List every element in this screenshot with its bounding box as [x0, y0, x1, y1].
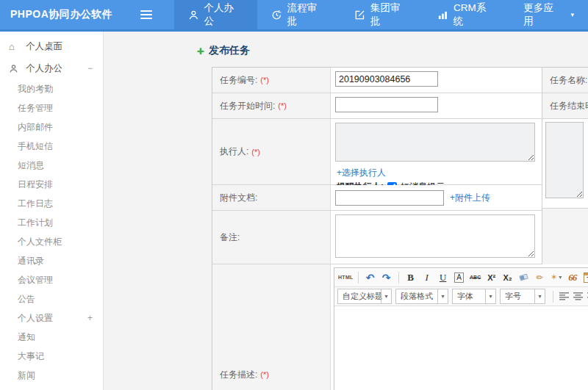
publish-task-form: 任务编号:(*) 任务开始时间:(*) [212, 67, 588, 390]
nav-personal-office[interactable]: 个人办公 [174, 0, 257, 29]
paste-text-button[interactable]: T [581, 270, 588, 285]
nav-label: 个人办公 [204, 1, 243, 28]
font-size-select[interactable]: 字号 ▾ [500, 289, 545, 304]
remove-format-button[interactable] [517, 270, 531, 285]
nav-label: 集团审批 [370, 1, 409, 28]
supervisor-textarea[interactable] [545, 122, 584, 198]
end-time-label: 任务结束时间:(*) [542, 93, 588, 118]
app-logo: PHPOA协同办公软件 [0, 8, 132, 21]
executor-label: 执行人:(*) [212, 119, 331, 184]
task-name-label: 任务名称:(*) [542, 68, 588, 93]
executor-textarea[interactable] [335, 123, 535, 162]
font-family-select[interactable]: 字体 ▾ [452, 289, 496, 304]
nav-crm-system[interactable]: CRM系统 [423, 0, 509, 29]
home-icon: ⌂ [9, 41, 20, 52]
sidebar-item-label: 个人桌面 [26, 40, 62, 53]
supervisor-cell [542, 119, 588, 209]
sidebar-item-personal-file-cabinet[interactable]: 个人文件柜 [0, 232, 103, 251]
menu-icon[interactable] [132, 10, 161, 19]
superscript-button[interactable]: X² [484, 270, 499, 285]
editor-cell: HTML ↶ ↷ B I U A ABC X² X₂ [331, 264, 588, 390]
sidebar-item-work-plan[interactable]: 工作计划 [0, 213, 103, 232]
task-no-label: 任务编号:(*) [212, 68, 331, 93]
page-header: + 发布任务 [197, 44, 588, 57]
process-approval-icon [271, 10, 282, 21]
user-icon [188, 10, 199, 21]
subscript-button[interactable]: X₂ [501, 270, 515, 285]
start-time-label: 任务开始时间:(*) [212, 93, 331, 118]
align-left-button[interactable] [559, 292, 569, 300]
sidebar: ⌂ 个人桌面 个人办公 − 我的考勤 任务管理 内部邮件 手机短信 短消息 日程… [0, 32, 104, 390]
sidebar-item-label: 个人办公 [26, 62, 62, 75]
user-icon [9, 64, 20, 73]
collapse-icon[interactable]: − [87, 63, 93, 73]
chevron-down-icon: ▾ [534, 289, 545, 303]
chevron-down-icon: ▾ [381, 289, 391, 303]
task-no-input[interactable] [335, 71, 438, 87]
remark-textarea[interactable] [335, 214, 535, 258]
sidebar-item-address-book[interactable]: 通讯录 [0, 251, 103, 270]
sidebar-item-my-attendance[interactable]: 我的考勤 [0, 79, 103, 98]
sidebar-item-work-log[interactable]: 工作日志 [0, 194, 103, 213]
quick-format-button[interactable]: ✶▾ [549, 270, 564, 285]
blockquote-button[interactable]: 66 [565, 270, 580, 285]
attachment-label: 附件文档: [212, 185, 331, 210]
sidebar-item-meeting-management[interactable]: 会议管理 [0, 270, 103, 289]
task-description-label: 任务描述:(*) [212, 264, 331, 390]
editor-toolbar-row1: HTML ↶ ↷ B I U A ABC X² X₂ [334, 268, 588, 287]
strikethrough-button[interactable]: ABC [468, 270, 483, 285]
nav-process-approval[interactable]: 流程审批 [257, 0, 340, 29]
underline-button[interactable]: U [436, 270, 451, 285]
topbar: PHPOA协同办公软件 个人办公 流程审批 集团审批 CRM系统 [0, 0, 588, 32]
top-nav: 个人办公 流程审批 集团审批 CRM系统 更多应用 ▾ [174, 0, 588, 29]
custom-title-select[interactable]: 自定义标题 ▾ [337, 289, 392, 304]
editor-toolbar-row2: 自定义标题 ▾ 段落格式 ▾ 字体 ▾ [334, 287, 588, 306]
remark-label: 备注: [212, 211, 331, 264]
align-center-icon [573, 292, 583, 300]
sidebar-item-events[interactable]: 大事记 [0, 347, 103, 366]
sidebar-item-survey[interactable]: 调查问卷 [0, 385, 103, 390]
empty-cell [542, 209, 588, 264]
html-source-button[interactable]: HTML [338, 270, 354, 285]
sidebar-item-schedule[interactable]: 日程安排 [0, 175, 103, 194]
paragraph-format-select[interactable]: 段落格式 ▾ [395, 289, 448, 304]
sidebar-item-news[interactable]: 新闻 [0, 366, 103, 385]
select-executor-link[interactable]: +选择执行人 [337, 167, 386, 179]
rich-text-editor: HTML ↶ ↷ B I U A ABC X² X₂ [334, 267, 588, 390]
expand-icon[interactable]: + [87, 313, 93, 323]
sidebar-item-personal-office[interactable]: 个人办公 − [0, 57, 103, 79]
attachment-input[interactable] [335, 190, 444, 206]
undo-button[interactable]: ↶ [363, 270, 378, 285]
align-center-button[interactable] [573, 292, 583, 300]
start-time-input[interactable] [335, 97, 438, 112]
align-left-icon [559, 292, 569, 300]
redo-button[interactable]: ↷ [379, 270, 394, 285]
attachment-upload-link[interactable]: +附件上传 [450, 192, 490, 204]
plus-icon: + [197, 45, 204, 57]
nav-more-apps[interactable]: 更多应用 ▾ [509, 0, 588, 29]
eraser-icon [519, 273, 528, 281]
sidebar-item-personal-settings[interactable]: 个人设置 + [0, 308, 103, 328]
italic-button[interactable]: I [420, 270, 434, 285]
bold-button[interactable]: B [404, 270, 418, 285]
bar-chart-icon [437, 10, 448, 21]
edit-square-icon [354, 10, 365, 21]
sidebar-item-short-message[interactable]: 短消息 [0, 156, 103, 175]
nav-label: 流程审批 [287, 1, 326, 28]
format-painter-button[interactable]: ✏ [533, 270, 548, 285]
chevron-down-icon: ▾ [570, 11, 574, 18]
sidebar-item-mobile-sms[interactable]: 手机短信 [0, 137, 103, 156]
chevron-down-icon: ▾ [485, 289, 495, 303]
sidebar-item-announcement[interactable]: 公告 [0, 289, 103, 308]
clipboard-icon: T [584, 272, 588, 283]
chevron-down-icon: ▾ [559, 274, 562, 281]
nav-group-approval[interactable]: 集团审批 [340, 0, 423, 29]
sidebar-item-personal-desktop[interactable]: ⌂ 个人桌面 [0, 35, 103, 57]
sidebar-item-notification[interactable]: 通知 [0, 328, 103, 347]
sidebar-item-internal-mail[interactable]: 内部邮件 [0, 118, 103, 137]
editor-content-area[interactable] [334, 306, 588, 390]
sidebar-item-task-management[interactable]: 任务管理 [0, 98, 103, 118]
page-title: 发布任务 [209, 44, 250, 57]
nav-label: 更多应用 [523, 1, 562, 28]
font-style-box-button[interactable]: A [452, 270, 467, 285]
